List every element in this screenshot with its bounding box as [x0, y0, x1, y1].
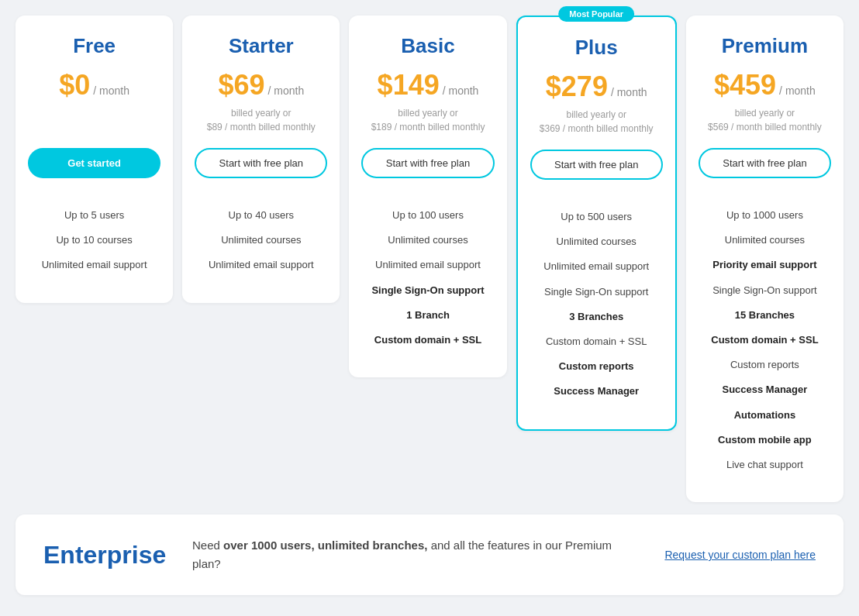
plan-period-plus: / month	[611, 86, 647, 98]
feature-item: Custom reports	[530, 354, 663, 379]
pricing-wrapper: Free $0 / month Get startedUp to 5 users…	[16, 15, 843, 595]
plan-price-basic: $149	[378, 69, 440, 102]
feature-item: Custom mobile app	[699, 428, 831, 453]
plan-price-row-starter: $69 / month	[195, 69, 327, 102]
plan-cta-basic[interactable]: Start with free plan	[361, 148, 494, 178]
plan-price-premium: $459	[714, 69, 776, 102]
most-popular-badge: Most Popular	[558, 6, 634, 22]
plan-period-basic: / month	[443, 84, 479, 97]
enterprise-title: Enterprise	[43, 541, 167, 570]
feature-item: Up to 100 users	[361, 203, 494, 228]
plan-features-plus: Up to 500 usersUnlimited coursesUnlimite…	[530, 205, 663, 404]
plan-card-basic: Basic $149 / month billed yearly or$189 …	[349, 15, 506, 377]
plan-name-starter: Starter	[195, 34, 327, 58]
feature-item: Up to 10 courses	[28, 228, 160, 253]
plan-billing-free	[28, 106, 160, 134]
plan-card-starter: Starter $69 / month billed yearly or$89 …	[182, 15, 340, 303]
feature-item: Custom reports	[699, 353, 831, 377]
plan-card-free: Free $0 / month Get startedUp to 5 users…	[16, 15, 173, 303]
plan-billing-plus: billed yearly or$369 / month billed mont…	[530, 108, 663, 136]
plan-price-row-basic: $149 / month	[361, 69, 494, 102]
feature-item: Unlimited courses	[699, 228, 831, 253]
plan-cta-starter[interactable]: Start with free plan	[195, 148, 327, 178]
plan-billing-premium: billed yearly or$569 / month billed mont…	[699, 106, 831, 134]
feature-item: Up to 5 users	[28, 203, 160, 228]
plan-price-free: $0	[59, 69, 90, 102]
feature-item: Up to 40 users	[195, 203, 327, 228]
plan-price-row-premium: $459 / month	[699, 69, 831, 102]
feature-item: Custom domain + SSL	[361, 328, 494, 353]
enterprise-desc-bold: over 1000 users, unlimited branches,	[223, 539, 427, 552]
plan-features-premium: Up to 1000 usersUnlimited coursesPriorit…	[699, 203, 831, 477]
feature-item: Automations	[699, 403, 831, 428]
plan-card-premium: Premium $459 / month billed yearly or$56…	[686, 15, 843, 502]
plan-period-starter: / month	[267, 84, 304, 97]
plan-billing-starter: billed yearly or$89 / month billed month…	[195, 106, 327, 134]
plan-card-plus: Most PopularPlus $279 / month billed yea…	[516, 15, 677, 431]
feature-item: Custom domain + SSL	[530, 329, 663, 354]
feature-item: Unlimited email support	[361, 253, 494, 277]
feature-item: 3 Branches	[530, 305, 663, 329]
plan-cta-premium[interactable]: Start with free plan	[699, 148, 831, 178]
plan-price-plus: $279	[546, 71, 608, 103]
plan-features-starter: Up to 40 usersUnlimited coursesUnlimited…	[195, 203, 327, 278]
feature-item: Live chat support	[699, 453, 831, 477]
enterprise-row: Enterprise Need over 1000 users, unlimit…	[16, 514, 843, 595]
plan-price-starter: $69	[218, 69, 264, 102]
plan-price-row-plus: $279 / month	[530, 71, 663, 103]
feature-item: Up to 500 users	[530, 205, 663, 229]
plan-name-plus: Plus	[530, 36, 663, 60]
plan-cta-free[interactable]: Get started	[28, 148, 160, 178]
feature-item: Unlimited email support	[530, 254, 663, 279]
feature-item: Unlimited email support	[195, 253, 327, 277]
enterprise-link[interactable]: Request your custom plan here	[664, 549, 816, 561]
feature-item: Custom domain + SSL	[699, 328, 831, 353]
feature-item: Single Sign-On support	[361, 278, 494, 303]
feature-item: Unlimited email support	[28, 253, 160, 277]
feature-item: Unlimited courses	[530, 229, 663, 254]
plan-cta-plus[interactable]: Start with free plan	[530, 150, 663, 180]
plan-name-free: Free	[28, 34, 160, 58]
feature-item: Up to 1000 users	[699, 203, 831, 228]
feature-item: Unlimited courses	[195, 228, 327, 253]
plan-name-basic: Basic	[361, 34, 494, 58]
feature-item: Success Manager	[699, 377, 831, 402]
feature-item: 15 Branches	[699, 303, 831, 328]
feature-item: Success Manager	[530, 379, 663, 404]
feature-item: Unlimited courses	[361, 228, 494, 253]
plan-period-free: / month	[93, 84, 129, 97]
feature-item: 1 Branch	[361, 303, 494, 328]
plans-row: Free $0 / month Get startedUp to 5 users…	[16, 15, 843, 502]
feature-item: Single Sign-On support	[699, 278, 831, 303]
feature-item: Priority email support	[699, 253, 831, 277]
plan-price-row-free: $0 / month	[28, 69, 160, 102]
plan-features-basic: Up to 100 usersUnlimited coursesUnlimite…	[361, 203, 494, 353]
plan-billing-basic: billed yearly or$189 / month billed mont…	[361, 106, 494, 134]
feature-item: Single Sign-On support	[530, 280, 663, 305]
enterprise-desc: Need over 1000 users, unlimited branches…	[167, 536, 664, 573]
plan-period-premium: / month	[779, 84, 816, 97]
plan-name-premium: Premium	[699, 34, 831, 58]
plan-features-free: Up to 5 usersUp to 10 coursesUnlimited e…	[28, 203, 160, 278]
